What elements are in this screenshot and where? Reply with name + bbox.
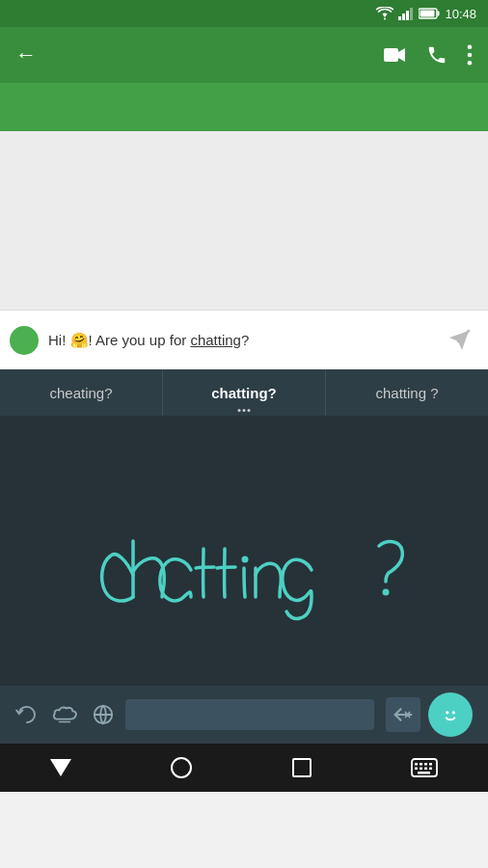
svg-rect-2 (406, 11, 409, 20)
message-text: Hi! 🤗! Are you up for chatting? (48, 331, 430, 350)
suggestion-item-chatting[interactable]: chatting? (163, 369, 326, 416)
svg-point-9 (468, 53, 473, 58)
message-row: Hi! 🤗! Are you up for chatting? (0, 310, 488, 369)
wifi-icon (376, 7, 393, 20)
video-camera-icon[interactable] (384, 46, 407, 64)
svg-point-11 (242, 556, 249, 563)
svg-rect-20 (424, 763, 427, 766)
suggestion-item-cheating[interactable]: cheating? (0, 369, 163, 416)
emoji-button[interactable] (428, 692, 473, 737)
svg-point-10 (468, 61, 473, 66)
more-vertical-icon[interactable] (467, 44, 473, 66)
svg-rect-1 (402, 14, 405, 20)
svg-rect-24 (424, 768, 427, 771)
svg-point-14 (440, 704, 461, 725)
svg-rect-5 (438, 12, 440, 16)
message-status-indicator (10, 326, 39, 355)
handwriting-canvas[interactable] (0, 454, 488, 647)
svg-rect-18 (415, 763, 418, 766)
back-button[interactable]: ← (15, 42, 37, 68)
handwriting-text-input[interactable] (125, 699, 374, 730)
svg-rect-26 (418, 772, 430, 774)
svg-rect-21 (429, 763, 432, 766)
keyboard-nav-button[interactable] (411, 758, 438, 777)
erase-icon[interactable] (52, 706, 77, 723)
svg-point-8 (468, 44, 473, 49)
keyboard-controls (0, 686, 488, 744)
svg-rect-0 (398, 16, 401, 20)
send-button[interactable] (440, 321, 478, 360)
backspace-button[interactable] (386, 697, 420, 732)
svg-rect-7 (384, 48, 398, 62)
status-bar: 10:48 (0, 0, 488, 27)
nav-bar (0, 744, 488, 792)
toolbar: ← (0, 27, 488, 83)
svg-point-15 (446, 711, 448, 714)
back-nav-button[interactable] (50, 759, 71, 776)
svg-point-16 (452, 711, 455, 714)
language-icon[interactable] (93, 704, 114, 725)
svg-rect-25 (429, 768, 432, 771)
accent-bar (0, 83, 488, 131)
status-time: 10:48 (445, 7, 476, 21)
battery-icon (419, 8, 440, 19)
signal-icon (398, 7, 414, 20)
suggestions-row: cheating? chatting? chatting ? (0, 369, 488, 416)
undo-icon[interactable] (15, 706, 37, 723)
home-nav-button[interactable] (171, 757, 192, 778)
underlined-word: chatting (190, 332, 241, 348)
svg-rect-19 (420, 763, 422, 766)
keyboard-area (0, 416, 488, 686)
svg-rect-23 (420, 768, 422, 771)
svg-rect-6 (420, 11, 435, 17)
svg-rect-22 (415, 768, 418, 771)
suggestion-dots (238, 409, 251, 412)
svg-rect-3 (410, 8, 413, 20)
phone-icon[interactable] (426, 44, 447, 66)
chat-area (0, 131, 488, 310)
svg-point-12 (383, 589, 390, 596)
recents-nav-button[interactable] (292, 758, 312, 777)
suggestion-item-chatting-space[interactable]: chatting ? (326, 369, 488, 416)
handwriting-svg (41, 464, 447, 637)
